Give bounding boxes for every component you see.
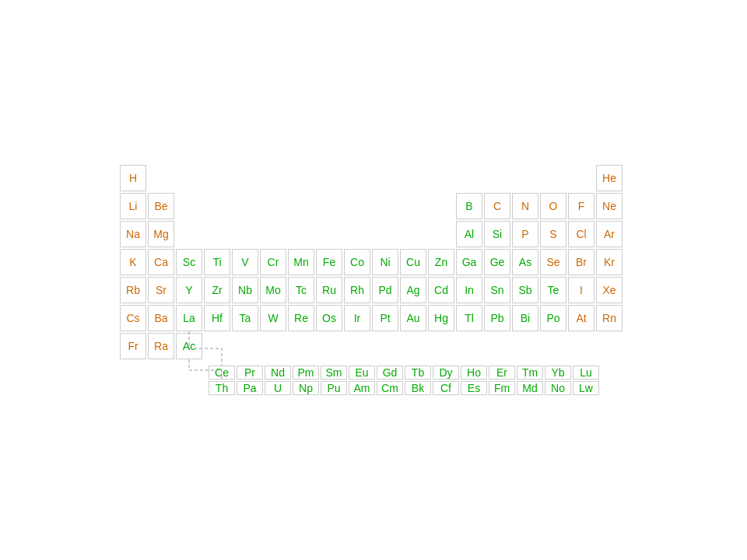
- cell-r3-c7: [288, 221, 314, 247]
- cell-r3-c10: [372, 221, 398, 247]
- cell-r3-c6: [260, 221, 286, 247]
- element-np: Np: [293, 381, 319, 395]
- cell-r7-c14: [484, 333, 510, 359]
- element-hg: Hg: [428, 305, 454, 331]
- element-ar: Ar: [596, 221, 622, 247]
- element-cm: Cm: [377, 381, 403, 395]
- element-cd: Cd: [428, 277, 454, 303]
- cell-r2-c8: [316, 193, 342, 219]
- cell-r7-c15: [512, 333, 538, 359]
- element-in: In: [456, 277, 482, 303]
- cell-r7-c6: [260, 333, 286, 359]
- element-ge: Ge: [484, 249, 510, 275]
- element-cu: Cu: [400, 249, 426, 275]
- element-cs: Cs: [120, 305, 146, 331]
- element-s: S: [540, 221, 566, 247]
- element-se: Se: [540, 249, 566, 275]
- cell-r2-c11: [400, 193, 426, 219]
- cell-r7-c4: [204, 333, 230, 359]
- element-tb: Tb: [405, 366, 431, 380]
- cell-r1-c12: [428, 165, 454, 191]
- actinide-row: ThPaUNpPuAmCmBkCfEsFmMdNoLw: [209, 381, 627, 395]
- element-lw: Lw: [573, 381, 599, 395]
- cell-r7-c16: [540, 333, 566, 359]
- cell-r3-c11: [400, 221, 426, 247]
- element-eu: Eu: [349, 366, 375, 380]
- cell-r1-c8: [316, 165, 342, 191]
- cell-r2-c3: [176, 193, 202, 219]
- element-ag: Ag: [400, 277, 426, 303]
- cell-r7-c12: [428, 333, 454, 359]
- element-ba: Ba: [148, 305, 174, 331]
- element-tl: Tl: [456, 305, 482, 331]
- element-mn: Mn: [288, 249, 314, 275]
- element-no: No: [545, 381, 571, 395]
- element-y: Y: [176, 277, 202, 303]
- cell-r3-c5: [232, 221, 258, 247]
- element-te: Te: [540, 277, 566, 303]
- element-ta: Ta: [232, 305, 258, 331]
- element-re: Re: [288, 305, 314, 331]
- element-yb: Yb: [545, 366, 571, 380]
- element-es: Es: [461, 381, 487, 395]
- element-ti: Ti: [204, 249, 230, 275]
- element-er: Er: [489, 366, 515, 380]
- cell-r1-c11: [400, 165, 426, 191]
- element-fm: Fm: [489, 381, 515, 395]
- element-nb: Nb: [232, 277, 258, 303]
- element-h: H: [120, 165, 146, 191]
- element-bk: Bk: [405, 381, 431, 395]
- element-be: Be: [148, 193, 174, 219]
- cell-r1-c7: [288, 165, 314, 191]
- cell-r7-c8: [316, 333, 342, 359]
- element-xe: Xe: [596, 277, 622, 303]
- element-co: Co: [344, 249, 370, 275]
- element-cf: Cf: [433, 381, 459, 395]
- element-zn: Zn: [428, 249, 454, 275]
- element-pm: Pm: [293, 366, 319, 380]
- element-rb: Rb: [120, 277, 146, 303]
- cell-r2-c7: [288, 193, 314, 219]
- element-kr: Kr: [596, 249, 622, 275]
- cell-r3-c3: [176, 221, 202, 247]
- element-gd: Gd: [377, 366, 403, 380]
- element-rn: Rn: [596, 305, 622, 331]
- cell-r2-c6: [260, 193, 286, 219]
- cell-r1-c5: [232, 165, 258, 191]
- element-rh: Rh: [344, 277, 370, 303]
- cell-r1-c17: [568, 165, 594, 191]
- element-nd: Nd: [265, 366, 291, 380]
- main-grid: HHeLiBeBCNOFNeNaMgAlSiPSClArKCaScTiVCrMn…: [120, 165, 627, 359]
- element-ga: Ga: [456, 249, 482, 275]
- cell-r1-c2: [148, 165, 174, 191]
- element-po: Po: [540, 305, 566, 331]
- cell-r2-c4: [204, 193, 230, 219]
- element-ac: Ac: [176, 333, 202, 359]
- element-cl: Cl: [568, 221, 594, 247]
- cell-r1-c13: [456, 165, 482, 191]
- element-la: La: [176, 305, 202, 331]
- element-pr: Pr: [237, 366, 263, 380]
- element-ru: Ru: [316, 277, 342, 303]
- element-v: V: [232, 249, 258, 275]
- cell-r7-c7: [288, 333, 314, 359]
- element-hf: Hf: [204, 305, 230, 331]
- cell-r7-c10: [372, 333, 398, 359]
- element-pd: Pd: [372, 277, 398, 303]
- element-ir: Ir: [344, 305, 370, 331]
- lanthanide-actinide-section: CePrNdPmSmEuGdTbDyHoErTmYbLu ThPaUNpPuAm…: [209, 366, 627, 395]
- element-zr: Zr: [204, 277, 230, 303]
- element-fr: Fr: [120, 333, 146, 359]
- element-he: He: [596, 165, 622, 191]
- element-ho: Ho: [461, 366, 487, 380]
- periodic-table: HHeLiBeBCNOFNeNaMgAlSiPSClArKCaScTiVCrMn…: [104, 149, 643, 411]
- element-p: P: [512, 221, 538, 247]
- cell-r1-c10: [372, 165, 398, 191]
- element-sb: Sb: [512, 277, 538, 303]
- element-mo: Mo: [260, 277, 286, 303]
- cell-r3-c9: [344, 221, 370, 247]
- cell-r2-c5: [232, 193, 258, 219]
- element-pa: Pa: [237, 381, 263, 395]
- element-sr: Sr: [148, 277, 174, 303]
- cell-r7-c17: [568, 333, 594, 359]
